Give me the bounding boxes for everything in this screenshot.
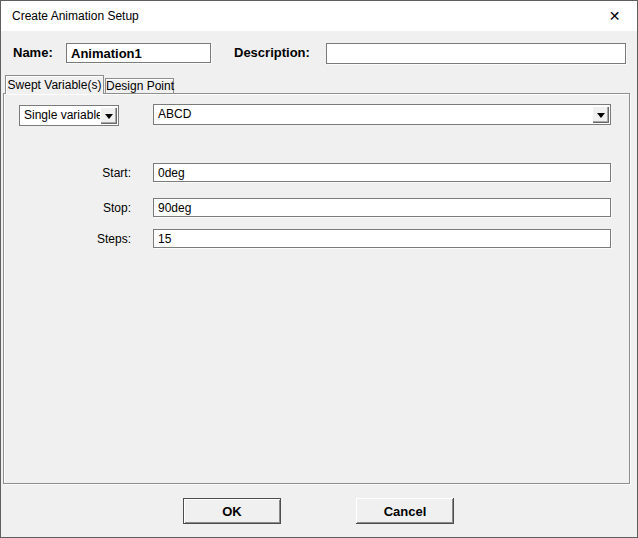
chevron-down-icon xyxy=(597,113,605,118)
description-input[interactable] xyxy=(326,43,626,64)
variable-value: ABCD xyxy=(158,105,592,124)
variable-dropdown[interactable]: ABCD xyxy=(153,104,611,125)
ok-button[interactable]: OK xyxy=(183,498,281,524)
chevron-down-icon xyxy=(105,114,113,119)
cancel-button[interactable]: Cancel xyxy=(356,498,454,524)
start-input[interactable] xyxy=(153,163,611,182)
steps-input[interactable] xyxy=(153,229,611,248)
name-label: Name: xyxy=(13,45,53,60)
create-animation-setup-dialog: Create Animation Setup ✕ Name: Descripti… xyxy=(0,0,638,538)
close-button[interactable]: ✕ xyxy=(592,1,637,31)
tab-content-pane xyxy=(3,93,630,484)
window-title: Create Animation Setup xyxy=(12,1,139,31)
titlebar[interactable]: Create Animation Setup ✕ xyxy=(1,1,637,31)
tab-design-point[interactable]: Design Point xyxy=(105,78,174,93)
stop-input[interactable] xyxy=(153,198,611,217)
variable-dropdown-button[interactable] xyxy=(592,106,609,123)
close-icon: ✕ xyxy=(609,8,621,24)
sweep-mode-dropdown[interactable]: Single variable xyxy=(19,105,119,126)
name-input[interactable] xyxy=(66,43,211,63)
tab-swept-variables[interactable]: Swept Variable(s) xyxy=(5,75,104,94)
description-label: Description: xyxy=(234,45,310,60)
sweep-mode-value: Single variable xyxy=(24,106,100,125)
sweep-mode-dropdown-button[interactable] xyxy=(100,107,117,124)
